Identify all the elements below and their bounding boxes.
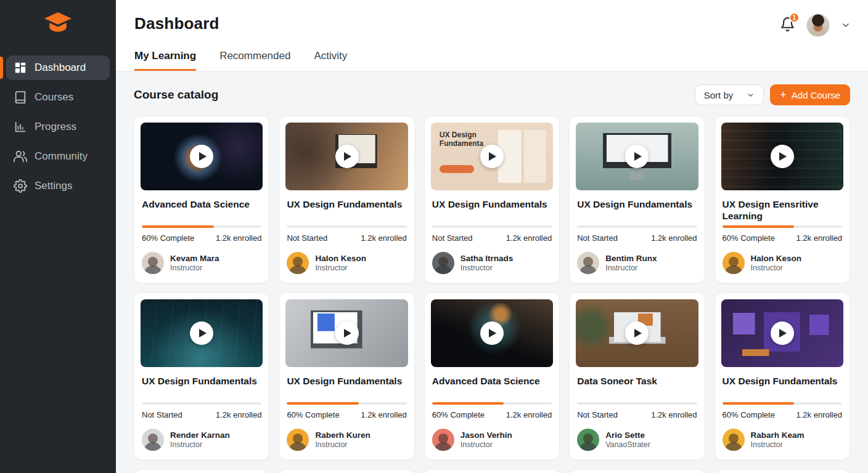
sidebar-item-settings[interactable]: Settings (6, 174, 110, 198)
play-button[interactable] (625, 321, 649, 345)
course-thumbnail (576, 299, 698, 367)
tab-recommended[interactable]: Recommended (219, 50, 290, 71)
progress-bar (432, 402, 552, 405)
page-title: Dashboard (134, 0, 850, 33)
play-button[interactable] (190, 321, 213, 345)
course-card[interactable]: UX Design Eensritive Learning 60% Comple… (714, 116, 850, 283)
chevron-down-icon (747, 91, 755, 99)
sort-by-dropdown[interactable]: Sort by (695, 84, 764, 105)
play-button[interactable] (335, 145, 359, 168)
play-button[interactable] (480, 321, 504, 345)
instructor-row: Raberh Kuren Instructor (287, 429, 406, 451)
course-card[interactable] (279, 469, 414, 473)
tab-activity[interactable]: Activity (314, 50, 347, 71)
course-card[interactable] (424, 469, 560, 473)
course-title: UX Design Fundamentals (142, 375, 261, 402)
sidebar-item-label: Community (35, 150, 88, 163)
instructor-name: Rabarh Keam (751, 431, 805, 441)
course-grid: Advanced Data Science 60% Complete 1.2k … (134, 116, 850, 460)
course-status: Not Started (287, 233, 327, 243)
course-meta: Not Started 1.2k enrolled (287, 233, 406, 243)
plus-icon: + (780, 89, 787, 100)
course-status: 60% Complete (723, 410, 775, 419)
course-thumbnail (141, 299, 263, 367)
tab-my-learning[interactable]: My Learning (134, 50, 196, 71)
sidebar-nav: Dashboard Courses Progress Community (0, 55, 116, 198)
sidebar-item-dashboard[interactable]: Dashboard (6, 55, 110, 80)
topbar-actions: 1 (780, 14, 851, 37)
course-card[interactable]: Data Soneor Task Not Started 1.2k enroll… (569, 293, 705, 460)
sidebar: Dashboard Courses Progress Community (0, 0, 116, 473)
sidebar-item-progress[interactable]: Progress (6, 115, 110, 139)
bar-chart-icon (14, 120, 27, 134)
course-status: 60% Complete (142, 233, 194, 243)
course-status: 60% Complete (432, 410, 485, 419)
course-card[interactable]: UX Design Fundamentals Not Started 1.2k … (569, 116, 705, 283)
chevron-down-icon[interactable] (841, 20, 851, 30)
course-card[interactable] (714, 469, 850, 473)
instructor-row: Jason Verhin Instructor (432, 429, 552, 451)
main-area: Dashboard 1 My Learning Recommended Acti… (116, 0, 868, 473)
course-title: Data Soneor Task (577, 375, 697, 402)
instructor-info: Jason Verhin Instructor (461, 431, 512, 450)
instructor-row: Satha Itrnads Instructor (432, 252, 552, 274)
user-avatar[interactable] (806, 14, 830, 37)
instructor-info: Halon Keson Instructor (315, 254, 366, 273)
sidebar-item-community[interactable]: Community (6, 144, 110, 169)
course-card[interactable]: Advanced Data Science 60% Complete 1.2k … (134, 116, 269, 283)
instructor-role: Instructor (751, 264, 802, 272)
course-title: Advanced Data Science (432, 375, 552, 402)
play-button[interactable] (771, 145, 794, 168)
course-card[interactable]: UX Design Fundamentals Not Started 1.2k … (134, 293, 269, 460)
instructor-info: Render Karnan Instructor (170, 431, 230, 450)
instructor-name: Halon Keson (751, 254, 802, 264)
instructor-role: Instructor (315, 264, 366, 272)
instructor-role: Instructor (170, 440, 230, 449)
instructor-row: Bentim Runx Instructor (577, 252, 697, 274)
active-indicator (0, 57, 3, 79)
play-button[interactable] (625, 145, 649, 168)
course-card[interactable] (134, 469, 269, 473)
course-thumbnail (721, 123, 843, 190)
course-thumbnail (576, 123, 698, 190)
add-course-label: Add Course (792, 90, 840, 100)
instructor-row: Ario Sette VanaoStrater (577, 429, 697, 451)
instructor-info: Satha Itrnads Instructor (461, 254, 514, 273)
play-button[interactable] (771, 321, 794, 345)
play-button[interactable] (190, 145, 213, 168)
course-meta: 60% Complete 1.2k enrolled (432, 410, 552, 419)
progress-bar (723, 402, 842, 405)
notifications-button[interactable]: 1 (780, 17, 795, 34)
app-logo (0, 0, 116, 55)
course-card[interactable]: UX Design Fundamenta UX Design Fundament… (424, 116, 560, 283)
catalog-title: Course catalog (134, 88, 218, 102)
instructor-role: Instructor (461, 264, 514, 272)
course-card[interactable]: UX Design Fundamentals 60% Complete 1.2k… (714, 293, 850, 460)
course-title: UX Design Fundamentals (287, 375, 406, 402)
course-title: Advanced Data Science (142, 198, 261, 225)
play-button[interactable] (480, 145, 504, 168)
instructor-name: Bentim Runx (605, 254, 657, 264)
sidebar-item-courses[interactable]: Courses (6, 85, 110, 110)
course-card[interactable] (569, 469, 705, 473)
instructor-role: Instructor (751, 440, 805, 449)
add-course-button[interactable]: + Add Course (770, 84, 850, 105)
course-card[interactable]: Advanced Data Science 60% Complete 1.2k … (424, 293, 560, 460)
play-button[interactable] (335, 321, 359, 345)
instructor-avatar (723, 429, 745, 451)
content-area: Course catalog Sort by + Add Course (116, 71, 868, 473)
course-meta: 60% Complete 1.2k enrolled (142, 233, 261, 243)
progress-fill (723, 225, 795, 228)
enrolled-count: 1.2k enrolled (361, 233, 406, 243)
top-bar: Dashboard 1 My Learning Recommended Acti… (116, 0, 868, 71)
sort-by-label: Sort by (704, 90, 734, 100)
instructor-row: Rabarh Keam Instructor (723, 429, 842, 451)
course-card[interactable]: UX Design Fundamentals 60% Complete 1.2k… (279, 293, 414, 460)
instructor-role: Instructor (170, 264, 219, 272)
catalog-controls: Sort by + Add Course (695, 84, 850, 105)
instructor-info: Halon Keson Instructor (751, 254, 802, 273)
book-icon (14, 91, 27, 104)
course-card[interactable]: UX Design Fundamentals Not Started 1.2k … (279, 116, 414, 283)
sidebar-item-label: Courses (35, 91, 73, 103)
progress-bar (432, 225, 552, 228)
